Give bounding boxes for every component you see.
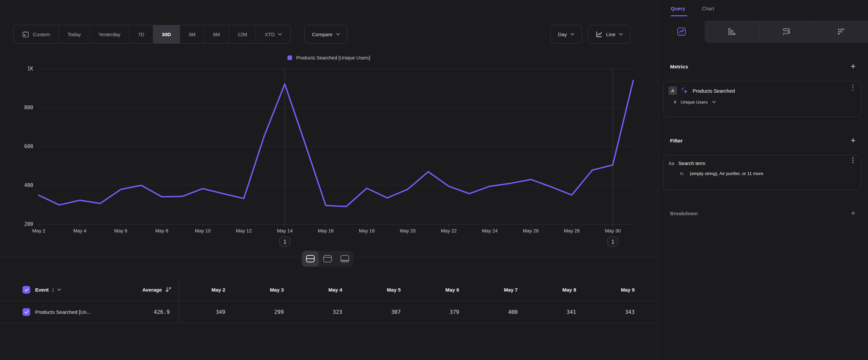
line-chart-icon (595, 31, 602, 38)
retention-icon (837, 28, 845, 36)
layout-chart-only-button[interactable] (319, 251, 336, 267)
metric-row: A Products Searched (664, 81, 861, 95)
calendar-icon (22, 31, 29, 38)
x-axis-label: May 30 (605, 228, 621, 233)
date-row-values: 349299323307379400341343 (167, 301, 634, 323)
x-axis-label: May 8 (155, 228, 168, 233)
report-type-funnels[interactable] (705, 21, 759, 43)
add-filter-button[interactable]: + (848, 136, 858, 144)
row-series-label[interactable]: Products Searched [Un... (35, 301, 91, 323)
table-cell-value: 379 (401, 301, 459, 323)
table-cell-value: 323 (284, 301, 342, 323)
x-axis-label: May 20 (400, 228, 416, 233)
date-range-segmented-control: CustomTodayYesterday7D30D3M6M12MXTD (13, 25, 291, 44)
add-breakdown-button[interactable]: + (848, 209, 858, 217)
date-range-xtd[interactable]: XTD (256, 25, 290, 43)
table-cell-value: 349 (167, 301, 225, 323)
date-column-header[interactable]: May 3 (225, 279, 283, 301)
x-axis-label: May 12 (236, 228, 252, 233)
tab-query[interactable]: Query (671, 6, 687, 21)
date-range-today[interactable]: Today (59, 25, 90, 43)
layout-toggle-group (302, 251, 353, 267)
x-axis-label: May 6 (114, 228, 128, 233)
metrics-heading: Metrics (670, 64, 688, 70)
date-column-header[interactable]: May 5 (342, 279, 401, 301)
date-range-7d[interactable]: 7D (129, 25, 153, 43)
active-tab-underline (671, 15, 687, 16)
y-axis-label: 800 (24, 105, 33, 111)
report-type-insights[interactable] (658, 21, 705, 43)
add-metric-button[interactable]: + (848, 62, 858, 71)
string-property-icon: Aa (669, 161, 674, 166)
y-axis-label: 1K (27, 66, 33, 72)
date-column-headers: May 2May 3May 4May 5May 6May 7May 8May 9 (167, 279, 634, 301)
filter-values-summary: (empty string), Air purifier, or 11 more (690, 171, 764, 176)
series-badge: A (669, 86, 677, 95)
breakdown-table: Event 1 Average May 2May 3May 4May 5May … (0, 279, 658, 323)
event-column-header[interactable]: Event 1 (35, 279, 61, 301)
table-cell-value: 343 (576, 301, 634, 323)
tab-chart-label: Chart (702, 6, 714, 11)
chevron-down-icon (619, 33, 623, 35)
filter-card[interactable]: Aa Search term Is (empty string), Air pu… (663, 155, 861, 190)
tab-chart[interactable]: Chart (702, 6, 714, 21)
date-range-6m[interactable]: 6M (204, 25, 229, 43)
filter-property-name[interactable]: Search term (678, 160, 706, 166)
metric-event-name[interactable]: Products Searched (692, 88, 735, 94)
flows-icon (782, 28, 791, 36)
filter-operator: Is (680, 171, 684, 176)
y-axis-label: 600 (24, 143, 33, 149)
metric-card[interactable]: A Products Searched # Unique Users (663, 81, 861, 117)
table-column-divider (179, 279, 179, 323)
x-axis-label: May 2 (32, 228, 45, 233)
filter-options-menu-icon[interactable] (851, 156, 855, 164)
x-axis-label: May 4 (73, 228, 87, 233)
date-column-header[interactable]: May 6 (401, 279, 459, 301)
date-column-header[interactable]: May 9 (576, 279, 634, 301)
report-type-retention[interactable] (813, 21, 868, 43)
filter-heading: Filter (670, 138, 683, 144)
date-range-custom[interactable]: Custom (13, 25, 59, 43)
report-type-flows[interactable] (759, 21, 814, 43)
table-header-row: Event 1 Average May 2May 3May 4May 5May … (0, 279, 658, 301)
chevron-down-icon (336, 33, 340, 35)
filter-condition-row[interactable]: Is (empty string), Air purifier, or 11 m… (664, 166, 861, 176)
x-axis-label: May 10 (195, 228, 211, 233)
compare-button[interactable]: Compare (304, 25, 347, 44)
chart-type-button[interactable]: Line (588, 25, 630, 44)
granularity-button[interactable]: Day (550, 25, 582, 44)
layout-split-view-button[interactable] (302, 251, 319, 267)
average-header-label: Average (142, 287, 162, 293)
event-count: 1 (52, 287, 54, 293)
date-column-header[interactable]: May 7 (459, 279, 518, 301)
date-column-header[interactable]: May 8 (518, 279, 576, 301)
date-column-header[interactable]: May 4 (284, 279, 342, 301)
chevron-down-icon (712, 101, 716, 103)
x-axis-label: May 28 (564, 228, 580, 233)
date-range-12m[interactable]: 12M (229, 25, 256, 43)
annotation-badge-label: 1 (283, 239, 286, 245)
aggregation-label: Unique Users (681, 100, 708, 105)
row-checkbox[interactable] (23, 308, 30, 316)
x-axis-label: May 26 (523, 228, 539, 233)
tab-query-label: Query (671, 6, 685, 11)
sidebar-tabs: Query Chart (658, 0, 868, 21)
metric-aggregation-row[interactable]: # Unique Users (664, 95, 861, 105)
cursor-click-icon (681, 87, 689, 95)
metric-options-menu-icon[interactable] (851, 83, 855, 92)
chevron-down-icon (57, 288, 61, 291)
query-sidebar: Query Chart (658, 0, 868, 360)
filter-row: Aa Search term (664, 156, 861, 166)
date-column-header[interactable]: May 2 (167, 279, 225, 301)
series-line (39, 80, 633, 206)
date-range-3m[interactable]: 3M (180, 25, 205, 43)
aggregation-symbol: # (674, 99, 676, 105)
table-cell-value: 341 (518, 301, 576, 323)
select-all-checkbox[interactable] (23, 286, 30, 294)
layout-table-only-button[interactable] (336, 251, 353, 267)
report-type-strip (658, 21, 868, 43)
date-range-30d[interactable]: 30D (153, 25, 180, 43)
date-range-yesterday[interactable]: Yesterday (90, 25, 129, 43)
x-axis-label: May 24 (482, 228, 498, 233)
compare-label: Compare (312, 32, 333, 37)
